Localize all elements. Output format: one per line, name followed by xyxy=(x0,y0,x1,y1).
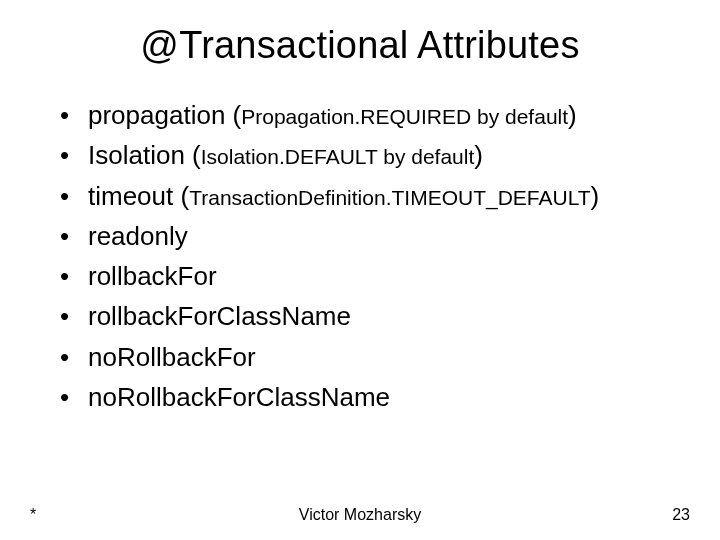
item-tail: ) xyxy=(474,140,483,170)
list-item: noRollbackForClassName xyxy=(60,377,680,417)
slide: @Transactional Attributes propagation (P… xyxy=(0,0,720,540)
item-main: timeout ( xyxy=(88,181,189,211)
item-tail: ) xyxy=(568,100,577,130)
footer-author: Victor Mozharsky xyxy=(299,506,421,524)
item-sub: Isolation.DEFAULT by default xyxy=(201,145,475,168)
list-item: rollbackFor xyxy=(60,256,680,296)
item-main: noRollbackForClassName xyxy=(88,382,390,412)
list-item: readonly xyxy=(60,216,680,256)
item-main: Isolation ( xyxy=(88,140,201,170)
footer-date: * xyxy=(30,506,36,524)
list-item: rollbackForClassName xyxy=(60,296,680,336)
list-item: propagation (Propagation.REQUIRED by def… xyxy=(60,95,680,135)
list-item: Isolation (Isolation.DEFAULT by default) xyxy=(60,135,680,175)
item-sub: Propagation.REQUIRED by default xyxy=(241,105,568,128)
footer-page-number: 23 xyxy=(672,506,690,524)
item-main: readonly xyxy=(88,221,188,251)
item-main: propagation ( xyxy=(88,100,241,130)
item-tail: ) xyxy=(591,181,600,211)
bullet-list: propagation (Propagation.REQUIRED by def… xyxy=(40,95,680,417)
list-item: timeout (TransactionDefinition.TIMEOUT_D… xyxy=(60,176,680,216)
list-item: noRollbackFor xyxy=(60,337,680,377)
item-main: rollbackFor xyxy=(88,261,217,291)
slide-title: @Transactional Attributes xyxy=(40,24,680,67)
item-main: rollbackForClassName xyxy=(88,301,351,331)
slide-footer: * Victor Mozharsky 23 xyxy=(0,506,720,524)
item-sub: TransactionDefinition.TIMEOUT_DEFAULT xyxy=(189,186,590,209)
item-main: noRollbackFor xyxy=(88,342,256,372)
